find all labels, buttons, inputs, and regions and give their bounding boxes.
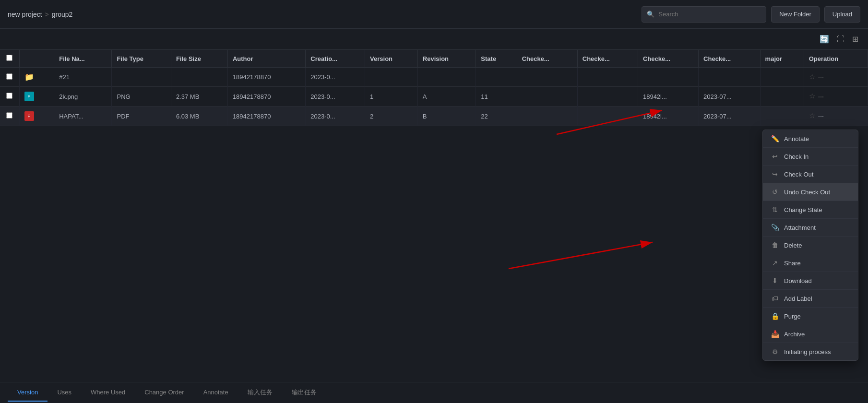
main-content: new project > group2 🔍 New Folder Upload… [0,0,868,382]
col-filetype[interactable]: File Type [112,50,171,68]
context-menu-label-initiating-process: Initiating process [784,348,831,356]
row-operations: ☆ ··· [804,68,868,86]
star-button[interactable]: ☆ [809,111,815,120]
tab-output-task[interactable]: 输出任务 [282,383,326,403]
folder-icon: 📁 [24,73,34,81]
row-version [365,68,418,87]
row-checkbox[interactable] [6,73,12,80]
context-menu-item-annotate[interactable]: ✏️ Annotate [763,130,858,148]
table-row: P HAPAT... PDF 6.03 MB 18942178870 2023-… [0,107,868,126]
grid-icon[interactable]: ⊞ [850,33,860,46]
annotate-icon: ✏️ [771,135,779,142]
row-state: 11 [476,87,517,107]
breadcrumb-project[interactable]: new project [8,11,42,18]
breadcrumb-separator: > [45,11,49,18]
context-menu-item-share[interactable]: ↗ Share [763,254,858,272]
upload-button[interactable]: Upload [824,6,860,23]
col-checked4[interactable]: Checke... [699,50,761,68]
col-major[interactable]: major [760,50,804,68]
context-menu-item-attachment[interactable]: 📎 Attachment [763,219,858,237]
col-filesize[interactable]: File Size [171,50,227,68]
tab-annotate[interactable]: Annotate [194,384,238,402]
row-filetype: PDF [112,107,171,126]
col-checked1[interactable]: Checke... [517,50,577,68]
select-all-checkbox[interactable] [6,55,12,61]
row-checked2 [577,87,638,107]
row-creation: 2023-0... [306,68,365,87]
context-menu-label-archive: Archive [784,331,805,338]
context-menu-item-change-state[interactable]: ⇅ Change State [763,201,858,219]
row-creation: 2023-0... [306,87,365,107]
context-menu-item-delete[interactable]: 🗑 Delete [763,237,858,254]
context-menu-label-check-out: Check Out [784,171,813,178]
row-checkbox[interactable] [6,112,12,119]
context-menu-item-add-label[interactable]: 🏷 Add Label [763,290,858,308]
bottom-tabs: Version Uses Where Used Change Order Ann… [0,382,868,403]
row-major [760,107,804,126]
tab-version[interactable]: Version [8,384,48,402]
context-menu-label-check-in: Check In [784,153,809,160]
row-checkbox-cell[interactable] [0,87,19,107]
context-menu-label-purge: Purge [784,313,801,320]
context-menu-item-undo-check-out[interactable]: ↺ Undo Check Out [763,183,858,201]
png-icon: P [24,92,34,101]
purge-icon: 🔒 [771,312,779,320]
col-filename[interactable]: File Na... [54,50,112,68]
row-major [760,68,804,87]
search-input[interactable] [658,11,761,18]
more-options-button[interactable]: ··· [818,92,824,100]
row-operations: ☆ ··· [804,107,868,125]
row-author: 18942178870 [227,68,305,87]
new-folder-button[interactable]: New Folder [771,6,819,23]
col-version[interactable]: Version [365,50,418,68]
table-row: P 2k.png PNG 2.37 MB 18942178870 2023-0.… [0,87,868,107]
row-operations: ☆ ··· [804,87,868,105]
tab-change-order[interactable]: Change Order [135,384,193,402]
more-options-button[interactable]: ··· [818,112,824,120]
tab-where-used[interactable]: Where Used [81,384,135,402]
row-checked2 [577,68,638,87]
more-options-button[interactable]: ··· [818,73,824,81]
row-checked1 [517,87,577,107]
row-checkbox-cell[interactable] [0,107,19,126]
row-icon-cell: P [19,87,54,107]
col-creation[interactable]: Creatio... [306,50,365,68]
context-menu-item-initiating-process[interactable]: ⚙ Initiating process [763,343,858,360]
delete-icon: 🗑 [771,241,779,249]
context-menu-item-purge[interactable]: 🔒 Purge [763,308,858,325]
context-menu-item-download[interactable]: ⬇ Download [763,272,858,290]
download-icon: ⬇ [771,277,779,284]
context-menu-label-delete: Delete [784,242,802,249]
row-revision: A [417,87,476,107]
row-filename[interactable]: #21 [54,68,112,87]
row-revision: B [417,107,476,126]
row-filesize: 6.03 MB [171,107,227,126]
row-state [476,68,517,87]
select-all-header[interactable] [0,50,19,68]
row-revision [417,68,476,87]
row-filename[interactable]: 2k.png [54,87,112,107]
context-menu-item-archive[interactable]: 📥 Archive [763,325,858,343]
expand-icon[interactable]: ⛶ [835,33,846,46]
col-author[interactable]: Author [227,50,305,68]
breadcrumb-group[interactable]: group2 [52,11,73,18]
row-checkbox-cell[interactable] [0,68,19,87]
refresh-icon[interactable]: 🔄 [818,33,831,46]
row-checkbox[interactable] [6,93,12,99]
context-menu-item-check-in[interactable]: ↩ Check In [763,148,858,166]
col-revision[interactable]: Revision [417,50,476,68]
star-button[interactable]: ☆ [809,72,815,81]
row-checked3: 18942l... [638,107,698,126]
tab-uses[interactable]: Uses [48,384,81,402]
check-out-icon: ↪ [771,170,779,178]
context-menu-item-check-out[interactable]: ↪ Check Out [763,166,858,183]
col-checked3[interactable]: Checke... [638,50,698,68]
row-major [760,87,804,107]
col-state[interactable]: State [476,50,517,68]
tab-input-task[interactable]: 输入任务 [238,383,282,403]
row-icon-cell: P [19,107,54,126]
row-filename[interactable]: HAPAT... [54,107,112,126]
col-checked2[interactable]: Checke... [577,50,638,68]
search-box[interactable]: 🔍 [642,6,766,23]
star-button[interactable]: ☆ [809,92,815,100]
